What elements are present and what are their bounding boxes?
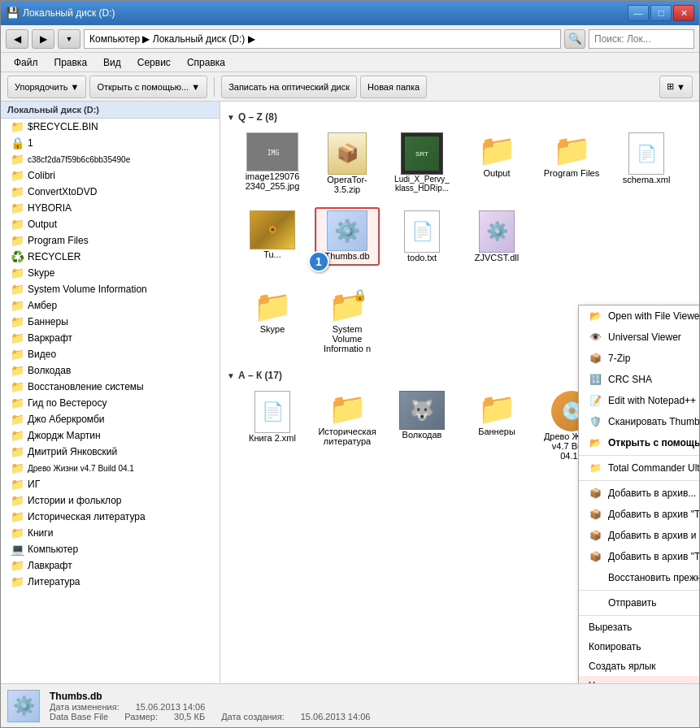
sidebar-item-26[interactable]: 💻 Компьютер — [1, 541, 220, 557]
file-item-kniga2[interactable]: 📄 Книга 2.xml — [240, 388, 305, 464]
sidebar-item-16[interactable]: 📁 Восстановление системы — [1, 379, 220, 395]
file-item-dll[interactable]: ⚙️ ZJVCST.dll — [464, 207, 529, 266]
context-menu: 📂 Open with File Viewer Plus 👁️ Universa… — [578, 305, 699, 683]
ctx-restore-prev[interactable]: Восстановить прежнюю версию — [579, 567, 699, 588]
menu-help[interactable]: Справка — [180, 55, 232, 70]
open-with-button[interactable]: Открыть с помощью... ▼ — [89, 76, 207, 98]
ctx-add-archive-email[interactable]: 📦 Добавить в архив и отправить по e-mail… — [579, 525, 699, 546]
address-field[interactable] — [84, 29, 561, 49]
ctx-cut[interactable]: Вырезать — [579, 618, 699, 637]
sidebar-item-17[interactable]: 📁 Гид по Вестеросу — [1, 395, 220, 411]
sidebar-item-6[interactable]: 📁 Output — [1, 216, 220, 232]
status-row-2: Data Base File Размер: 30,5 КБ Дата созд… — [50, 712, 370, 722]
ctx-scan[interactable]: 🛡️ Сканировать Thumbs.db — [579, 411, 699, 432]
ctx-total-commander[interactable]: 📁 Total Commander Ultima Prime ▶ — [579, 457, 699, 479]
title-bar: 💾 Локальный диск (D:) — □ ✕ — [1, 1, 699, 25]
folder-icon: 📁 — [11, 153, 24, 166]
ctx-add-archive[interactable]: 📦 Добавить в архив... — [579, 483, 699, 504]
file-item-image[interactable]: IMG image1290762340_255.jpg — [240, 129, 305, 197]
sidebar-item-12[interactable]: 📁 Баннеры — [1, 314, 220, 330]
sidebar-item-9[interactable]: 📁 Skype — [1, 265, 220, 281]
ctx-send[interactable]: Отправить ▶ — [579, 592, 699, 613]
sidebar-item-28[interactable]: 📁 Литература — [1, 574, 220, 590]
maximize-button[interactable]: □ — [650, 5, 672, 21]
file-item-bannery[interactable]: 📁 Баннеры — [464, 388, 529, 464]
menu-tools[interactable]: Сервис — [131, 55, 177, 70]
sidebar-item-15[interactable]: 📁 Волкодав — [1, 362, 220, 379]
ctx-copy[interactable]: Копировать — [579, 637, 699, 656]
ctx-sep — [579, 455, 699, 456]
ctx-open-with[interactable]: 📂 Открыть с помощью... — [579, 432, 699, 453]
organize-button[interactable]: Упорядочить ▼ — [7, 76, 86, 98]
menu-view[interactable]: Вид — [97, 55, 128, 70]
section-qz-header[interactable]: ▼ Q – Z (8) — [227, 111, 693, 123]
file-item-volkodav[interactable]: 🐺 Волкодав — [389, 388, 454, 464]
sidebar-item-22[interactable]: 📁 ИГ — [1, 476, 220, 492]
recent-button[interactable]: ▼ — [58, 29, 80, 49]
minimize-button[interactable]: — — [628, 5, 649, 21]
sidebar-item-2[interactable]: 📁 c38cf2da7f59b6c6bb35490e — [1, 151, 220, 167]
sidebar-item-svi[interactable]: 📁 System Volume Information — [1, 281, 220, 297]
folder-icon: 🔒 — [11, 136, 24, 150]
ctx-universal-viewer[interactable]: 👁️ Universal Viewer — [579, 327, 699, 348]
sidebar-item-18[interactable]: 📁 Джо Аберкромби — [1, 411, 220, 427]
new-folder-button[interactable]: Новая папка — [360, 76, 427, 98]
sidebar-item-8[interactable]: ♻️ RECYCLER — [1, 249, 220, 265]
sidebar-item-23[interactable]: 📁 Истории и фольклор — [1, 492, 220, 509]
file-item-progfiles[interactable]: 📁 Program Files — [539, 129, 604, 197]
sidebar-item-21[interactable]: 📁 Древо Жизни v4.7 Build 04.1 — [1, 460, 220, 476]
sidebar-item-1[interactable]: 🔒 1 — [1, 135, 220, 151]
file-item-schemaxml[interactable]: 📄 schema.xml — [614, 129, 679, 197]
menu-file[interactable]: Файл — [7, 55, 45, 70]
ctx-7zip[interactable]: 📦 7-Zip ▶ — [579, 348, 699, 369]
sidebar-item-11[interactable]: 📁 Амбер — [1, 297, 220, 314]
sidebar-item-7[interactable]: 📁 Program Files — [1, 232, 220, 249]
ctx-notepadpp[interactable]: 📝 Edit with Notepad++ — [579, 390, 699, 411]
forward-button[interactable]: ▶ — [32, 29, 54, 49]
go-button[interactable]: 🔍 — [564, 29, 585, 49]
sidebar-item-27[interactable]: 📁 Лавкрафт — [1, 557, 220, 574]
ctx-add-archive-thumbs[interactable]: 📦 Добавить в архив "Thumbs.rar" — [579, 504, 699, 525]
sidebar-item-20[interactable]: 📁 Дмитрий Янковский — [1, 444, 220, 460]
sidebar-item-13[interactable]: 📁 Варкрафт — [1, 330, 220, 346]
file-name: Output — [483, 168, 510, 178]
ctx-create-shortcut[interactable]: Создать ярлык — [579, 656, 699, 676]
ctx-delete[interactable]: Удалить 2 — [579, 676, 699, 683]
sidebar-item-0[interactable]: 📁 $RECYCLE.BIN — [1, 119, 220, 135]
ctx-crc-sha[interactable]: 🔢 CRC SHA ▶ — [579, 369, 699, 390]
badge-1: 1 — [308, 251, 329, 272]
sidebar-item-4[interactable]: 📁 ConvertXtoDVD — [1, 184, 220, 200]
folder-icon: 📁 — [11, 283, 24, 296]
file-item-tu[interactable]: 🌻 Tu... — [240, 207, 305, 266]
file-item-thumbsdb[interactable]: ⚙️ Thumbs.db 1 — [315, 207, 380, 266]
file-item-svi[interactable]: 📁 🔒 System Volume Informatio n — [315, 285, 380, 357]
sidebar-item-19[interactable]: 📁 Джордж Мартин — [1, 427, 220, 444]
window-icon: 💾 — [6, 6, 20, 20]
ctx-open-fileviewer[interactable]: 📂 Open with File Viewer Plus — [579, 306, 699, 327]
sidebar-item-25[interactable]: 📁 Книги — [1, 525, 220, 541]
file-item-media[interactable]: SRT Ludi_X_Pervy_klass_HDRip... — [389, 129, 454, 197]
sidebar-item-3[interactable]: 📁 Colibri — [1, 167, 220, 184]
file-item-skype[interactable]: 📁 Skype — [240, 285, 305, 357]
folder-icon: 📁 — [11, 559, 24, 572]
file-item-istorlit[interactable]: 📁 Историческая литература — [315, 388, 380, 464]
status-size-value: 30,5 КБ — [174, 712, 205, 722]
file-item-output[interactable]: 📁 Output — [464, 129, 529, 197]
search-field[interactable] — [589, 29, 694, 49]
sidebar-item-24[interactable]: 📁 Историческая литература — [1, 509, 220, 525]
sidebar-item-5[interactable]: 📁 HYBORIA — [1, 200, 220, 216]
view-button[interactable]: ⊞ ▼ — [659, 76, 693, 98]
menu-edit[interactable]: Правка — [48, 55, 94, 70]
burn-button[interactable]: Записать на оптический диск — [221, 76, 357, 98]
close-button[interactable]: ✕ — [673, 5, 694, 21]
file-name: Ludi_X_Pervy_klass_HDRip... — [393, 175, 451, 193]
file-item-todo[interactable]: 📄 todo.txt — [389, 207, 454, 266]
folder-icon: 📁 — [11, 332, 24, 344]
sidebar: Локальный диск (D:) 📁 $RECYCLE.BIN 🔒 1 📁… — [1, 102, 220, 683]
sidebar-item-14[interactable]: 📁 Видео — [1, 346, 220, 362]
ctx-add-archive-thumbs-email[interactable]: 📦 Добавить в архив "Thumbs.rar" и отправ… — [579, 546, 699, 567]
folder-icon: 📁 — [11, 380, 24, 393]
file-item-zip[interactable]: 📦 OperaTor-3.5.zip — [315, 129, 380, 197]
back-button[interactable]: ◀ — [6, 29, 28, 49]
folder-icon: 📁 — [11, 348, 24, 361]
